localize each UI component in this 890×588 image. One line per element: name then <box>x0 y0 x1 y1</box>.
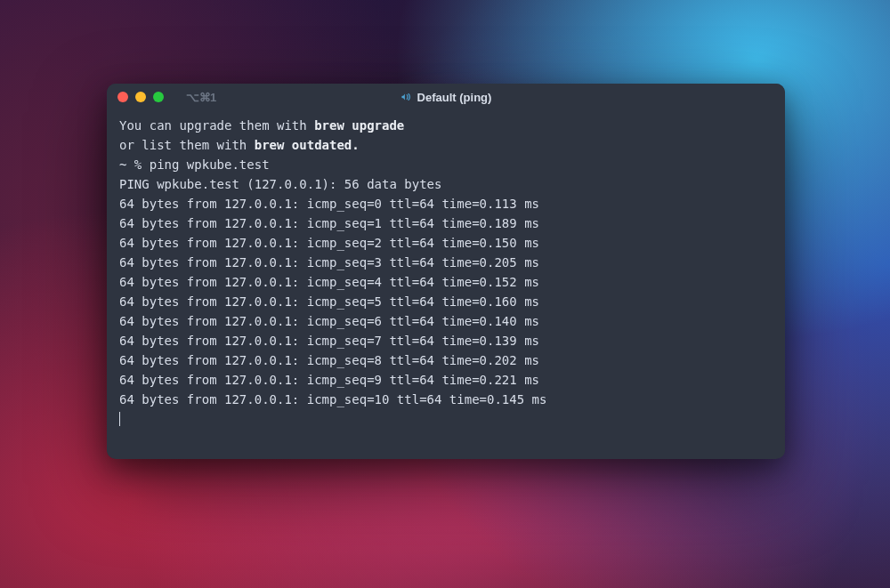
terminal-line: 64 bytes from 127.0.0.1: icmp_seq=7 ttl=… <box>119 331 773 350</box>
terminal-window[interactable]: ⌥⌘1 Default (ping) You can upgrade them … <box>107 84 785 459</box>
maximize-button[interactable] <box>153 92 164 102</box>
terminal-cursor-line <box>119 409 773 429</box>
terminal-output[interactable]: You can upgrade them with brew upgrade o… <box>107 110 785 459</box>
terminal-line: You can upgrade them with brew upgrade <box>119 116 773 135</box>
terminal-line: or list them with brew outdated. <box>119 135 773 155</box>
terminal-line: PING wpkube.test (127.0.0.1): 56 data by… <box>119 174 773 194</box>
tab-shortcut-indicator: ⌥⌘1 <box>186 91 216 104</box>
traffic-lights <box>117 92 164 102</box>
terminal-prompt-line: ~ % ping wpkube.test <box>119 155 773 174</box>
window-title: Default (ping) <box>400 91 492 104</box>
terminal-line: 64 bytes from 127.0.0.1: icmp_seq=1 ttl=… <box>119 213 773 233</box>
terminal-line: 64 bytes from 127.0.0.1: icmp_seq=0 ttl=… <box>119 194 773 213</box>
minimize-button[interactable] <box>135 92 146 102</box>
terminal-line: 64 bytes from 127.0.0.1: icmp_seq=8 ttl=… <box>119 350 773 370</box>
terminal-line: 64 bytes from 127.0.0.1: icmp_seq=3 ttl=… <box>119 253 773 272</box>
terminal-line: 64 bytes from 127.0.0.1: icmp_seq=6 ttl=… <box>119 311 773 331</box>
terminal-line: 64 bytes from 127.0.0.1: icmp_seq=9 ttl=… <box>119 370 773 390</box>
window-titlebar[interactable]: ⌥⌘1 Default (ping) <box>107 84 785 110</box>
terminal-line: 64 bytes from 127.0.0.1: icmp_seq=10 ttl… <box>119 390 773 409</box>
window-title-text: Default (ping) <box>417 91 492 104</box>
terminal-line: 64 bytes from 127.0.0.1: icmp_seq=5 ttl=… <box>119 292 773 311</box>
terminal-line: 64 bytes from 127.0.0.1: icmp_seq=2 ttl=… <box>119 233 773 253</box>
terminal-cursor <box>119 412 120 426</box>
megaphone-icon <box>400 91 413 103</box>
close-button[interactable] <box>117 92 128 102</box>
terminal-line: 64 bytes from 127.0.0.1: icmp_seq=4 ttl=… <box>119 272 773 292</box>
